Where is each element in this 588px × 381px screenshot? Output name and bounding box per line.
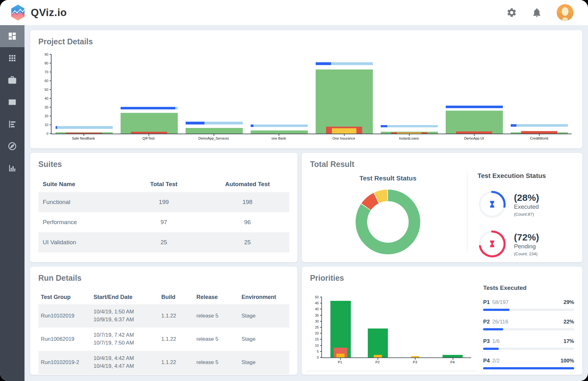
- suites-table-row: Performance9796: [38, 212, 289, 232]
- x-axis-label: P1: [321, 358, 359, 364]
- bar-group-P1: [322, 297, 359, 357]
- run-build-cell: 1.1.22: [159, 304, 194, 328]
- execution-label: Pending: [514, 243, 539, 250]
- run-build-cell: 1.1.22: [159, 328, 194, 351]
- hourglass-icon: [490, 201, 494, 208]
- run-details-card: Run Details Test GroupStart/End DateBuil…: [30, 267, 297, 375]
- tests-executed-item-p1: P158/19729%: [483, 299, 574, 311]
- x-axis-label: P3: [396, 358, 434, 364]
- app-window: QViz.io: [0, 0, 588, 381]
- run-column-header: Test Group: [38, 290, 91, 304]
- sidebar-item-projects[interactable]: [0, 69, 24, 91]
- test-result-status-block: Test Result Status: [310, 169, 466, 254]
- user-avatar[interactable]: [557, 4, 574, 21]
- tests-executed-title: Tests Executed: [483, 284, 574, 291]
- tests-executed-item-p3: P31/617%: [483, 338, 574, 350]
- run-environment-cell: Stage: [239, 351, 289, 374]
- priorities-body: 05101520253035404550 P1P2P3P4 Tests Exec…: [310, 283, 574, 366]
- execution-percent: (72%): [514, 232, 539, 242]
- priority-label: P3: [483, 338, 490, 345]
- run-dates-cell: 10/4/19, 1:50 AM10/9/19, 6:37 AM: [91, 304, 159, 328]
- notifications-bell-icon[interactable]: [531, 7, 542, 18]
- bar-skipped: [374, 355, 382, 357]
- run-details-row: Run1006201910/7/19, 7:42 AM10/7/19, 7:50…: [38, 328, 289, 351]
- execution-text: (28%)Executed(Count:87): [514, 192, 539, 217]
- progress-fill: [483, 367, 574, 369]
- x-axis-tick: [279, 134, 279, 136]
- suites-cell: 198: [206, 192, 289, 212]
- tests-executed-line: P158/19729%: [483, 299, 574, 306]
- vertical-divider: [467, 170, 467, 254]
- dashboard-icon: [8, 31, 17, 41]
- bar-failed: [521, 131, 558, 134]
- y-axis-tick-label: 40: [45, 97, 48, 100]
- sidebar-item-dashboard[interactable]: [0, 25, 24, 47]
- suites-column-header: Suite Name: [38, 176, 122, 192]
- y-axis-tick-label: 50: [315, 295, 319, 299]
- progress-track: [483, 348, 574, 350]
- settings-gear-icon[interactable]: [506, 7, 517, 18]
- y-axis-tick-label: 35: [315, 313, 319, 317]
- execution-ring-pending: [477, 229, 507, 259]
- x-axis-label: One Insurance: [311, 134, 376, 140]
- bar-passed: [443, 355, 463, 357]
- x-axis-label: InstantLoans: [376, 134, 441, 140]
- run-environment-cell: Stage: [239, 304, 289, 328]
- bar-group-InstantLoans: [377, 54, 442, 134]
- bar-group-P4: [434, 297, 471, 357]
- priority-label: P4: [483, 358, 490, 364]
- x-axis-tick: [539, 134, 540, 136]
- x-axis-tick: [474, 134, 475, 136]
- bar-skipped: [397, 133, 422, 134]
- bar-failed: [456, 131, 493, 134]
- x-axis-tick: [84, 134, 84, 136]
- test-result-donut-chart: [356, 190, 420, 254]
- sidebar-item-explore[interactable]: [0, 135, 24, 157]
- x-axis-tick: [453, 358, 453, 360]
- y-axis-tick-label: 5: [317, 350, 319, 353]
- progress-marker-done: [315, 62, 331, 65]
- bar-group-CreditWorld: [507, 54, 572, 134]
- x-axis-tick: [344, 134, 345, 136]
- donut-hole: [367, 201, 409, 243]
- sidebar-item-analytics[interactable]: [0, 157, 24, 179]
- x-axis-label: one Bank: [246, 134, 311, 140]
- progress-marker: [120, 107, 177, 109]
- suites-cell: Performance: [38, 212, 122, 232]
- execution-count: (Count:87): [514, 212, 539, 217]
- progress-marker-done: [185, 122, 204, 124]
- suites-column-header: Automated Test: [206, 176, 289, 192]
- x-axis-label: P2: [359, 358, 396, 364]
- run-release-cell: release 5: [194, 328, 239, 351]
- suites-table-row: UI Validation2525: [38, 232, 289, 252]
- x-axis-tick: [378, 358, 378, 360]
- priorities-title: Priorities: [310, 273, 574, 283]
- run-end-date: 10/4/19, 4:47 AM: [94, 362, 156, 370]
- progress-marker: [380, 125, 438, 128]
- progress-marker-done: [510, 124, 516, 127]
- bar-group-QIFTest: [117, 54, 182, 134]
- compass-icon: [8, 141, 17, 151]
- sidebar-item-reports[interactable]: [0, 91, 24, 113]
- run-release-cell: release 5: [194, 304, 239, 328]
- execution-status-item: (28%)Executed(Count:87): [477, 190, 574, 219]
- progress-marker-done: [250, 124, 253, 127]
- x-axis-label: P4: [434, 358, 471, 364]
- run-dates-cell: 10/4/19, 4:42 AM10/4/19, 4:47 AM: [91, 351, 159, 374]
- bar-total: [315, 69, 373, 134]
- x-axis-label: Safe NestBank: [51, 134, 116, 140]
- main-content: Project Details 0102030405060708090 Safe…: [24, 25, 588, 381]
- sidebar-item-results[interactable]: [0, 113, 24, 135]
- y-axis-tick-label: 80: [45, 62, 48, 65]
- priority-ratio: 26/116: [492, 319, 508, 325]
- y-axis-tick-label: 10: [45, 123, 48, 127]
- execution-label: Executed: [514, 203, 539, 210]
- brand-logo[interactable]: QViz.io: [9, 4, 67, 21]
- progress-marker: [315, 62, 373, 65]
- y-axis-tick-label: 15: [315, 338, 319, 341]
- total-result-body: Test Result Status Test Execution Status…: [310, 169, 574, 254]
- sidebar-item-apps[interactable]: [0, 47, 24, 69]
- run-column-header: Start/End Date: [91, 290, 159, 304]
- x-axis-label: DemoApp_Services: [181, 134, 246, 140]
- run-details-row: Run1010201910/4/19, 1:50 AM10/9/19, 6:37…: [38, 304, 289, 328]
